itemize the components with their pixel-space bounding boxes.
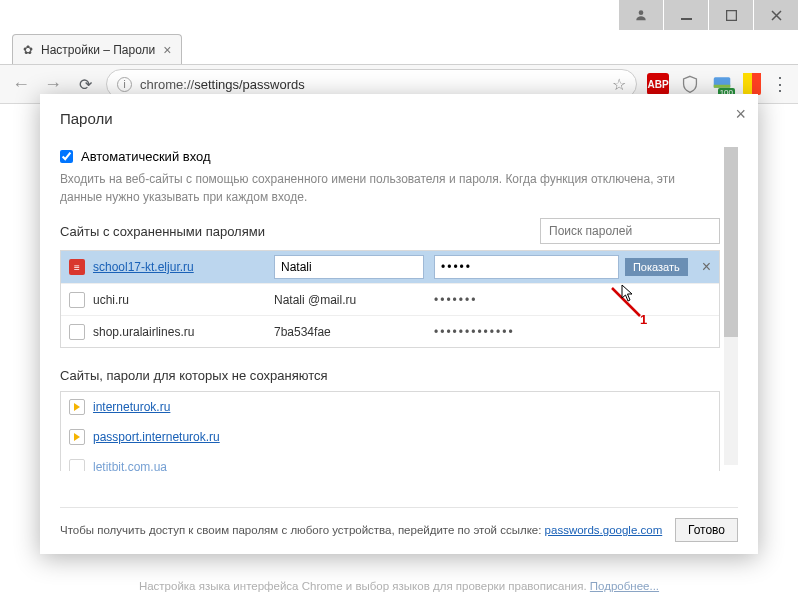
- tab-settings-passwords[interactable]: ✿ Настройки – Пароли ×: [12, 34, 182, 64]
- bookmark-star-icon[interactable]: ☆: [612, 75, 626, 94]
- svg-rect-1: [681, 18, 692, 20]
- scrollbar[interactable]: [724, 147, 738, 465]
- site-info-icon[interactable]: i: [117, 77, 132, 92]
- footer-text: Чтобы получить доступ к своим паролям с …: [60, 524, 662, 536]
- username-text: Natali @mail.ru: [274, 293, 424, 307]
- site-link[interactable]: interneturok.ru: [93, 400, 170, 414]
- password-input[interactable]: [434, 255, 619, 279]
- abp-extension-icon[interactable]: ABP: [647, 73, 669, 95]
- svg-rect-2: [726, 10, 736, 20]
- saved-passwords-title: Сайты с сохраненными паролями: [60, 224, 265, 239]
- favicon-icon: [69, 459, 85, 471]
- done-button[interactable]: Готово: [675, 518, 738, 542]
- show-password-button[interactable]: Показать: [625, 258, 688, 276]
- favicon-icon: [69, 399, 85, 415]
- favicon-icon: [69, 292, 85, 308]
- gear-icon: ✿: [23, 43, 33, 57]
- never-saved-list: interneturok.ru passport.interneturok.ru…: [60, 391, 720, 471]
- username-text: 7ba534fae: [274, 325, 424, 339]
- password-row[interactable]: ≡ school17-kt.eljur.ru Показать ×: [61, 251, 719, 283]
- password-dots: •••••••••••••: [434, 325, 515, 339]
- never-row[interactable]: letitbit.com.ua: [61, 452, 719, 471]
- passwords-dialog: × Пароли Автоматический вход Входить на …: [40, 94, 758, 554]
- site-link[interactable]: school17-kt.eljur.ru: [93, 260, 194, 274]
- shield-extension-icon[interactable]: [679, 73, 701, 95]
- svg-point-0: [639, 10, 644, 15]
- auto-login-label: Автоматический вход: [81, 149, 211, 164]
- url-scheme: chrome://settings/passwords: [140, 77, 305, 92]
- background-hint: Настройка языка интерфейса Chrome и выбо…: [0, 580, 798, 592]
- auto-login-hint: Входить на веб-сайты с помощью сохраненн…: [60, 170, 720, 206]
- background-hint-link[interactable]: Подробнее...: [590, 580, 659, 592]
- never-row[interactable]: passport.interneturok.ru: [61, 422, 719, 452]
- password-row[interactable]: shop.uralairlines.ru 7ba534fae •••••••••…: [61, 315, 719, 347]
- never-row[interactable]: interneturok.ru: [61, 392, 719, 422]
- footer-link[interactable]: passwords.google.com: [545, 524, 663, 536]
- site-text: shop.uralairlines.ru: [93, 325, 194, 339]
- scrollbar-thumb[interactable]: [724, 147, 738, 337]
- never-saved-title: Сайты, пароли для которых не сохраняются: [60, 368, 720, 383]
- tab-title: Настройки – Пароли: [41, 43, 155, 57]
- tab-close-icon[interactable]: ×: [163, 42, 171, 58]
- reload-button[interactable]: ⟳: [74, 75, 96, 94]
- dialog-title: Пароли: [60, 110, 738, 127]
- delete-row-button[interactable]: ×: [702, 258, 711, 276]
- dialog-close-button[interactable]: ×: [735, 104, 746, 125]
- site-link[interactable]: passport.interneturok.ru: [93, 430, 220, 444]
- favicon-icon: ≡: [69, 259, 85, 275]
- favicon-icon: [69, 429, 85, 445]
- bookmark-flag-icon[interactable]: [743, 73, 761, 95]
- menu-button[interactable]: ⋮: [771, 73, 788, 95]
- site-link[interactable]: letitbit.com.ua: [93, 460, 167, 471]
- window-minimize-button[interactable]: [664, 0, 708, 30]
- forward-button: →: [42, 74, 64, 95]
- site-text: uchi.ru: [93, 293, 129, 307]
- search-passwords-input[interactable]: [540, 218, 720, 244]
- user-icon[interactable]: [619, 0, 663, 30]
- saved-passwords-list: ≡ school17-kt.eljur.ru Показать ×: [60, 250, 720, 348]
- window-close-button[interactable]: [754, 0, 798, 30]
- window-maximize-button[interactable]: [709, 0, 753, 30]
- window-titlebar: [0, 0, 798, 30]
- back-button[interactable]: ←: [10, 74, 32, 95]
- username-input[interactable]: [274, 255, 424, 279]
- favicon-icon: [69, 324, 85, 340]
- password-dots: •••••••: [434, 293, 477, 307]
- extension-badge-icon[interactable]: 100: [711, 73, 733, 95]
- password-row[interactable]: uchi.ru Natali @mail.ru •••••••: [61, 283, 719, 315]
- tab-strip: ✿ Настройки – Пароли ×: [0, 30, 798, 64]
- auto-login-checkbox[interactable]: [60, 150, 73, 163]
